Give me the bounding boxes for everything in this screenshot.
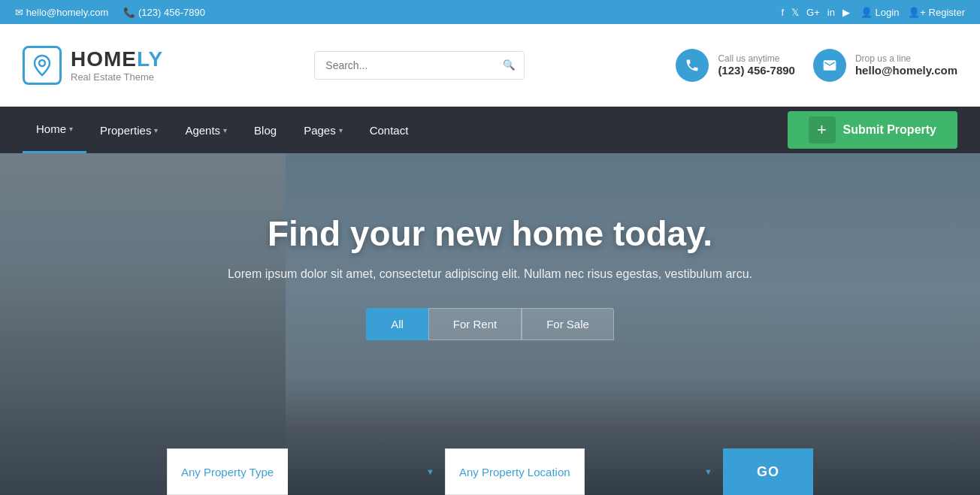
search-icon: 🔍	[503, 59, 516, 71]
filter-tab-sale[interactable]: For Sale	[522, 308, 614, 340]
phone-svg-icon	[685, 58, 700, 73]
logo-brand: HOMELY	[71, 47, 163, 71]
nav-item-blog[interactable]: Blog	[240, 107, 290, 153]
phone-icon: 📞	[123, 7, 138, 18]
filter-tab-all[interactable]: All	[366, 308, 428, 340]
hero-title: Find your new home today.	[228, 213, 752, 254]
filter-tabs: All For Rent For Sale	[366, 308, 614, 340]
logo-subtitle: Real Estate Theme	[71, 71, 163, 83]
chevron-down-icon: ▾	[339, 126, 343, 134]
top-bar: ✉ hello@homely.com 📞 (123) 456-7890 f 𝕏 …	[0, 0, 980, 24]
nav-item-properties[interactable]: Properties ▾	[86, 107, 171, 153]
youtube-icon[interactable]: ▶	[842, 7, 850, 18]
property-type-select[interactable]: Any Property Type House Apartment Villa …	[167, 448, 288, 495]
property-search-bar: Any Property Type House Apartment Villa …	[167, 448, 813, 495]
chevron-down-icon: ▾	[154, 126, 158, 134]
auth-links: 👤 Login 👤+ Register	[861, 7, 965, 18]
register-icon: 👤+	[908, 7, 928, 18]
property-location-select[interactable]: Any Property Location New York Los Angel…	[445, 448, 585, 495]
search-input[interactable]	[314, 51, 525, 80]
property-location-select-wrap: Any Property Location New York Los Angel…	[445, 448, 723, 495]
chevron-down-icon: ▾	[223, 126, 227, 134]
svg-point-0	[39, 60, 45, 66]
plus-icon: +	[809, 116, 836, 143]
submit-property-button[interactable]: + Submit Property	[788, 111, 957, 149]
chevron-down-icon: ▾	[69, 125, 73, 133]
linkedin-icon[interactable]: in	[827, 7, 835, 18]
email-detail: Drop us a line hello@homely.com	[855, 53, 957, 77]
header-search: 🔍	[314, 51, 525, 80]
header: HOMELY Real Estate Theme 🔍 Call us anyti…	[0, 24, 980, 107]
hero-content: Find your new home today. Lorem ipsum do…	[228, 213, 752, 340]
phone-detail: Call us anytime (123) 456-7890	[718, 53, 795, 77]
filter-tab-rent[interactable]: For Rent	[428, 308, 522, 340]
search-go-button[interactable]: GO	[723, 448, 813, 495]
googleplus-icon[interactable]: G+	[806, 7, 820, 18]
nav-item-agents[interactable]: Agents ▾	[171, 107, 240, 153]
logo-icon	[23, 46, 62, 85]
email-link[interactable]: ✉ hello@homely.com	[15, 7, 108, 18]
nav-item-pages[interactable]: Pages ▾	[290, 107, 356, 153]
search-button[interactable]: 🔍	[494, 51, 525, 80]
mail-icon: ✉	[15, 7, 26, 18]
main-nav: Home ▾ Properties ▾ Agents ▾ Blog Pages …	[0, 107, 980, 153]
twitter-icon[interactable]: 𝕏	[791, 7, 799, 18]
nav-items: Home ▾ Properties ▾ Agents ▾ Blog Pages …	[23, 107, 788, 153]
property-type-select-wrap: Any Property Type House Apartment Villa …	[167, 448, 445, 495]
logo-text: HOMELY Real Estate Theme	[71, 47, 163, 83]
hero-search-section: All For Rent For Sale	[228, 308, 752, 340]
register-link[interactable]: 👤+ Register	[908, 7, 965, 18]
phone-circle-icon	[676, 49, 709, 82]
top-bar-left: ✉ hello@homely.com 📞 (123) 456-7890	[15, 7, 205, 18]
phone-contact: Call us anytime (123) 456-7890	[676, 49, 795, 82]
logo[interactable]: HOMELY Real Estate Theme	[23, 46, 163, 85]
user-icon: 👤	[861, 7, 876, 18]
contact-info: Call us anytime (123) 456-7890 Drop us a…	[676, 49, 957, 82]
phone-link[interactable]: 📞 (123) 456-7890	[123, 7, 205, 18]
hero-subtitle: Lorem ipsum dolor sit amet, consectetur …	[228, 267, 752, 281]
login-link[interactable]: 👤 Login	[861, 7, 899, 18]
email-circle-icon	[813, 49, 846, 82]
location-pin-icon	[31, 54, 53, 77]
nav-item-contact[interactable]: Contact	[356, 107, 422, 153]
top-bar-right: f 𝕏 G+ in ▶ 👤 Login 👤+ Register	[781, 7, 965, 18]
email-svg-icon	[822, 58, 837, 73]
facebook-icon[interactable]: f	[781, 7, 784, 18]
email-contact: Drop us a line hello@homely.com	[813, 49, 957, 82]
nav-item-home[interactable]: Home ▾	[23, 107, 86, 153]
social-icons: f 𝕏 G+ in ▶	[781, 7, 849, 18]
hero-section: Find your new home today. Lorem ipsum do…	[0, 153, 980, 495]
